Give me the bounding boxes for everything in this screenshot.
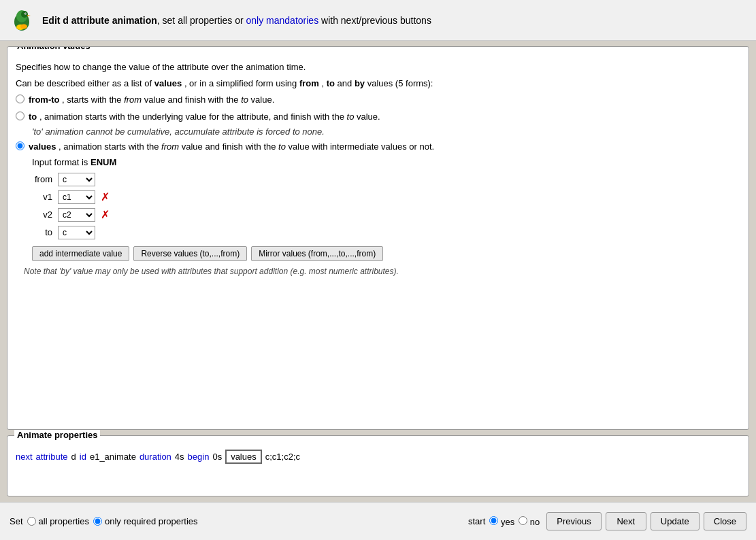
v2-row: v2 c c1 c2 ✗	[32, 208, 740, 222]
start-no-label[interactable]: no	[519, 516, 540, 527]
close-button[interactable]: Close	[704, 512, 746, 530]
desc2-mid: , or in a simplified form using	[182, 78, 299, 88]
v2-label: v2	[32, 209, 52, 220]
desc2-values: values	[154, 78, 182, 88]
add-intermediate-button[interactable]: add intermediate value	[32, 246, 129, 261]
footer-left: Set all properties only required propert…	[10, 516, 461, 526]
radio-from-to[interactable]: from-to , starts with the from value and…	[16, 93, 740, 107]
prop-begin-value: 0s	[212, 452, 222, 462]
radio-values-input[interactable]	[16, 141, 24, 150]
desc2-end: values (5 forms):	[365, 78, 433, 88]
desc2-from: from	[299, 78, 319, 88]
option1-to-italic: to	[241, 95, 248, 105]
properties-line: next attribute d id e1_animate duration …	[16, 450, 740, 464]
all-properties-text: all properties	[39, 516, 89, 526]
option3-mid: value and finish with the	[179, 141, 278, 152]
to-select[interactable]: c c1 c2	[58, 226, 95, 239]
v1-label: v1	[32, 192, 52, 202]
desc2-to: to	[327, 78, 335, 88]
radio-to[interactable]: to , animation starts with the underlyin…	[16, 110, 740, 124]
option1-from-italic: from	[124, 95, 142, 105]
prop-begin-link[interactable]: begin	[188, 452, 210, 462]
svg-marker-5	[27, 15, 31, 16]
input-format-value: ENUM	[91, 157, 116, 167]
header: Edit d attribute animation, set all prop…	[0, 0, 756, 41]
start-yes-label[interactable]: yes	[489, 516, 514, 527]
by-note: Note that 'by' value may only be used wi…	[24, 267, 740, 276]
option2-end: value.	[354, 112, 380, 122]
option3-rest: , animation starts with the	[56, 141, 161, 152]
desc-line-1: Specifies how to change the value of the…	[16, 61, 740, 74]
header-title-bold: Edit d attribute animation	[42, 15, 157, 26]
v2-delete-icon[interactable]: ✗	[101, 208, 110, 221]
next-button[interactable]: Next	[606, 512, 646, 530]
start-label: start	[468, 516, 485, 526]
option2-note: 'to' animation cannot be cumulative, acc…	[32, 126, 740, 137]
footer: Set all properties only required propert…	[0, 502, 756, 540]
to-row: to c c1 c2	[32, 226, 740, 239]
option3-end: value with intermediate values or not.	[286, 141, 434, 152]
option3-bold: values	[29, 141, 56, 152]
only-required-radio[interactable]	[93, 517, 102, 526]
all-properties-radio[interactable]	[27, 517, 36, 526]
desc2-by: by	[355, 78, 365, 88]
input-format-label: Input format is	[32, 157, 91, 167]
prop-next-link[interactable]: next	[16, 452, 33, 462]
footer-right: Previous Next Update Close	[546, 512, 746, 530]
from-label: from	[32, 174, 52, 184]
radio-fromto-input[interactable]	[16, 95, 24, 103]
prop-duration-link[interactable]: duration	[139, 452, 171, 462]
update-button[interactable]: Update	[651, 512, 700, 530]
option1-end: value and finish with the	[142, 95, 241, 105]
header-title-rest: , set all properties or	[157, 15, 246, 26]
only-required-text: only required properties	[105, 516, 198, 526]
radio-values-label: values , animation starts with the from …	[29, 140, 434, 154]
set-label: Set	[10, 516, 23, 526]
radio-fromto-label: from-to , starts with the from value and…	[29, 93, 274, 107]
desc2-start: Can be described either as a list of	[16, 78, 154, 88]
v2-select[interactable]: c c1 c2	[58, 208, 95, 222]
option1-final: value.	[248, 95, 274, 105]
yes-text: yes	[501, 517, 514, 527]
start-no-radio[interactable]	[519, 516, 527, 525]
option2-to-italic: to	[347, 112, 355, 122]
animation-values-panel: Animation values Specifies how to change…	[7, 46, 749, 430]
radio-values[interactable]: values , animation starts with the from …	[16, 140, 740, 154]
start-yes-radio[interactable]	[489, 516, 498, 525]
main-content: Animation values Specifies how to change…	[0, 41, 756, 502]
option1-rest: , starts with the	[60, 95, 125, 105]
svg-point-4	[25, 13, 26, 14]
option3-from-italic: from	[161, 141, 179, 152]
prop-attribute-link[interactable]: attribute	[36, 452, 68, 462]
reverse-values-button[interactable]: Reverse values (to,...,from)	[133, 246, 247, 261]
input-format-line: Input format is ENUM	[32, 157, 740, 167]
animation-values-legend: Animation values	[14, 46, 93, 51]
animate-properties-panel: Animate properties next attribute d id e…	[7, 435, 749, 496]
mirror-values-button[interactable]: Mirror values (from,...,to,...,from)	[251, 246, 383, 261]
all-properties-label[interactable]: all properties	[27, 516, 89, 526]
prop-values-highlighted: values	[225, 450, 262, 464]
only-required-label[interactable]: only required properties	[93, 516, 198, 526]
from-row: from c c1 c2	[32, 173, 740, 186]
from-select[interactable]: c c1 c2	[58, 173, 95, 186]
v1-select[interactable]: c c1 c2	[58, 190, 95, 204]
prop-id-link[interactable]: id	[80, 452, 86, 462]
prop-duration-value: 4s	[175, 452, 184, 462]
header-title-highlight: only mandatories	[246, 15, 319, 26]
action-buttons: add intermediate value Reverse values (t…	[32, 246, 740, 261]
field-rows: from c c1 c2 v1 c c1 c2 ✗	[32, 173, 740, 239]
footer-center: start yes no	[468, 516, 540, 527]
animate-properties-legend: Animate properties	[14, 430, 100, 440]
option2-bold: to	[29, 112, 37, 122]
desc-line-2: Can be described either as a list of val…	[16, 77, 740, 90]
prop-d-value: d	[71, 452, 76, 462]
prop-id-value: e1_animate	[90, 452, 136, 462]
prop-values-data: c;c1;c2;c	[265, 452, 300, 462]
v1-delete-icon[interactable]: ✗	[101, 190, 110, 203]
header-title: Edit d attribute animation, set all prop…	[42, 15, 431, 26]
app-icon	[8, 7, 35, 34]
svg-point-2	[21, 11, 28, 18]
previous-button[interactable]: Previous	[546, 512, 602, 530]
radio-to-input[interactable]	[16, 112, 24, 120]
option3-to-italic: to	[278, 141, 286, 152]
